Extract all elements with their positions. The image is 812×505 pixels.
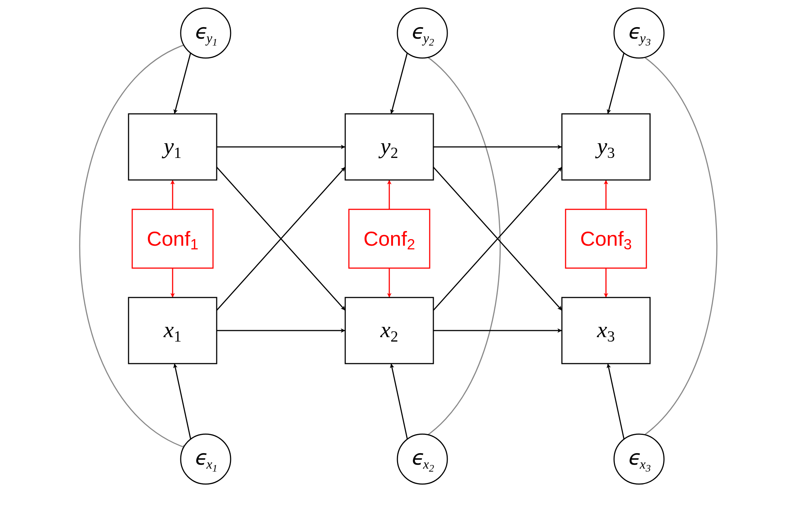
edge-epsy1-y1: [174, 51, 191, 114]
edge-epsx1-x1: [174, 364, 191, 441]
causal-diagram: y1 y2 y3 x1 x2 x3 Conf1 Conf2 Conf3 ϵy1 …: [0, 0, 812, 505]
edge-epsy2-y2: [391, 51, 408, 114]
edge-epsx3-x3: [608, 364, 624, 441]
edge-epsx2-x2: [391, 364, 408, 441]
edge-epsy3-y3: [608, 51, 624, 114]
